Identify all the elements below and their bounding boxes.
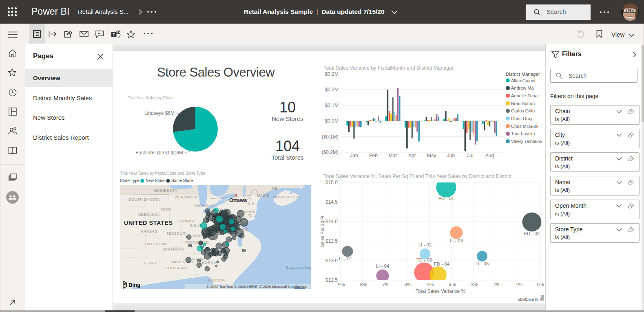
- svg-text:$14.5: $14.5: [325, 199, 338, 205]
- svg-text:FD - 01: FD - 01: [438, 196, 454, 201]
- svg-text:-5%: -5%: [425, 282, 434, 288]
- svg-text:FD - 04: FD - 04: [434, 261, 450, 266]
- svg-text:-8%: -8%: [359, 282, 367, 288]
- svg-text:0%: 0%: [537, 282, 544, 288]
- svg-text:-4%: -4%: [447, 282, 456, 288]
- svg-text:LI - 03: LI - 03: [450, 238, 463, 243]
- svg-text:$12.5: $12.5: [325, 277, 338, 283]
- svg-text:$15.0: $15.0: [325, 180, 338, 185]
- svg-text:$13.5: $13.5: [325, 238, 338, 244]
- svg-text:-6%: -6%: [403, 282, 412, 288]
- svg-text:-2%: -2%: [491, 282, 500, 288]
- svg-text:FD - 03: FD - 03: [416, 257, 432, 262]
- svg-text:FD - 02: FD - 02: [524, 231, 540, 236]
- svg-text:Total Sales Variance %, Sales: Total Sales Variance %, Sales Per Sq Ft …: [323, 174, 511, 179]
- svg-text:-3%: -3%: [469, 282, 478, 288]
- svg-text:-1%: -1%: [514, 282, 523, 288]
- svg-text:LI - 04: LI - 04: [376, 264, 389, 268]
- svg-text:Sales Per Sq Ft: Sales Per Sq Ft: [320, 215, 325, 247]
- svg-text:$13.0: $13.0: [325, 258, 338, 264]
- svg-text:-7%: -7%: [381, 282, 389, 288]
- svg-text:LI - 01: LI - 01: [339, 256, 352, 261]
- svg-text:LI - 02: LI - 02: [418, 242, 432, 247]
- svg-text:Total Sales Variance %: Total Sales Variance %: [416, 288, 466, 294]
- svg-text:$14.0: $14.0: [325, 219, 338, 224]
- svg-text:LI - 05: LI - 05: [476, 261, 489, 266]
